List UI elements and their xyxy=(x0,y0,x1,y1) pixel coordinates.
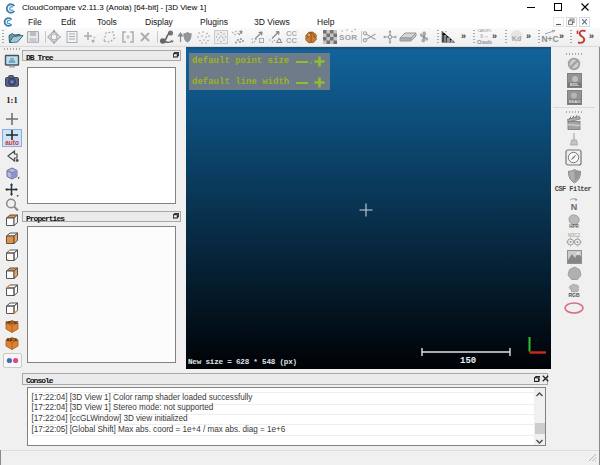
svg-text:BACK: BACK xyxy=(7,338,18,342)
svg-text:S→: S→ xyxy=(480,33,489,39)
svg-text:HPR: HPR xyxy=(569,224,579,229)
svg-text:Kd: Kd xyxy=(512,35,521,42)
svg-text:SSAO: SSAO xyxy=(569,99,582,104)
svg-text:FRONT: FRONT xyxy=(6,321,19,325)
svg-text:N+C: N+C xyxy=(541,34,558,44)
svg-text:EDL: EDL xyxy=(570,82,579,87)
svg-text:N: N xyxy=(571,202,578,212)
svg-text:M3C2: M3C2 xyxy=(568,233,581,238)
svg-text:RGB: RGB xyxy=(568,292,580,298)
svg-text:Clouds: Clouds xyxy=(477,40,493,45)
